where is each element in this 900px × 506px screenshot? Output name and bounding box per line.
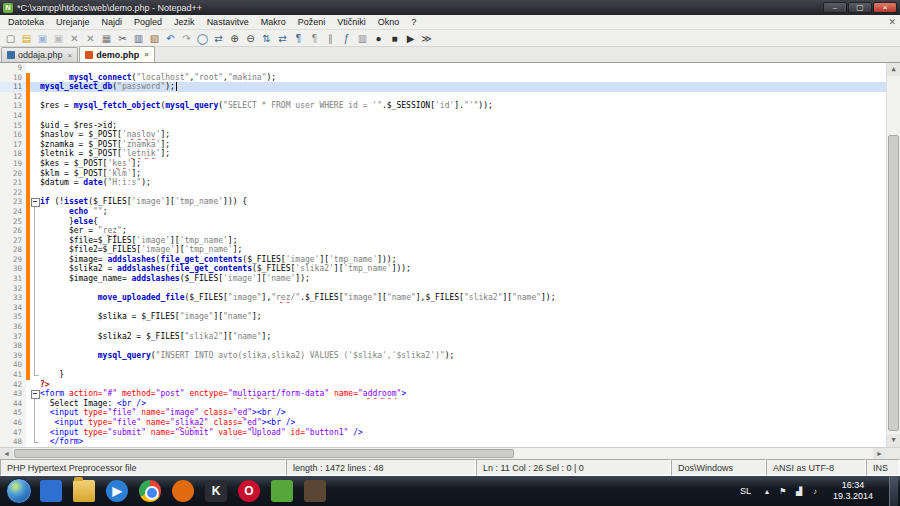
scroll-right-icon[interactable]: ► — [873, 448, 886, 459]
vertical-scrollbar-thumb[interactable] — [888, 135, 899, 431]
gimp-icon[interactable] — [304, 480, 326, 502]
code-line-30[interactable]: 30 $slika2 = addslashes(file_get_content… — [0, 264, 886, 274]
app-blue-icon[interactable] — [40, 480, 62, 502]
media-player-icon[interactable]: ▶ — [106, 480, 128, 502]
code-line-16[interactable]: 16$naslov = $_POST['naslov']; — [0, 130, 886, 140]
menu-poeni[interactable]: Poženi — [292, 16, 332, 28]
menu-nastavitve[interactable]: Nastavitve — [201, 16, 255, 28]
code-line-42[interactable]: 42?> — [0, 380, 886, 390]
menu-vtiniki[interactable]: Vtičniki — [331, 16, 372, 28]
cut-icon[interactable]: ✂ — [115, 31, 130, 46]
editor-area[interactable]: 910 mysql_connect("localhost","root","ma… — [0, 63, 900, 447]
multi-play-macro-icon[interactable]: ≫ — [419, 31, 434, 46]
new-file-icon[interactable]: ▢ — [3, 31, 18, 46]
code-line-44[interactable]: 44 Select Image: <br /> — [0, 399, 886, 409]
code-line-22[interactable]: 22 — [0, 188, 886, 198]
function-list-icon[interactable]: ƒ — [339, 31, 354, 46]
fold-toggle-icon[interactable] — [30, 197, 40, 207]
find-icon[interactable]: ◯ — [195, 31, 210, 46]
tab-close-icon[interactable]: × — [144, 50, 149, 59]
save-icon[interactable]: ▣ — [35, 31, 50, 46]
code-line-34[interactable]: 34 — [0, 303, 886, 313]
action-center-icon[interactable]: ⚑ — [777, 487, 789, 496]
code-line-25[interactable]: 25 }else{ — [0, 217, 886, 227]
language-indicator[interactable]: SL — [736, 484, 755, 498]
menu-datoteka[interactable]: Datoteka — [2, 16, 50, 28]
horizontal-scrollbar-thumb[interactable] — [14, 449, 514, 458]
code-line-27[interactable]: 27 $file=$_FILES['image']['tmp_name']; — [0, 236, 886, 246]
taskbar-clock[interactable]: 16:34 19.3.2014 — [827, 480, 879, 502]
sync-vertical-icon[interactable]: ⇅ — [259, 31, 274, 46]
network-icon[interactable]: ▟ — [793, 487, 805, 496]
minimize-button[interactable]: – — [823, 2, 847, 13]
code-line-9[interactable]: 9 — [0, 63, 886, 73]
code-line-19[interactable]: 19$kes = $_POST['kes']; — [0, 159, 886, 169]
maximize-button[interactable]: ▢ — [848, 2, 872, 13]
menu-makro[interactable]: Makro — [255, 16, 292, 28]
close-doc-icon[interactable]: ✕ — [67, 31, 82, 46]
code-line-31[interactable]: 31 $image_name= addslashes($_FILES['imag… — [0, 274, 886, 284]
code-line-21[interactable]: 21$datum = date("H:i:s"); — [0, 178, 886, 188]
firefox-icon[interactable] — [172, 480, 194, 502]
code-line-24[interactable]: 24 echo ""; — [0, 207, 886, 217]
chrome-icon[interactable] — [139, 480, 161, 502]
code-line-47[interactable]: 47 <input type="submit" name="Submit" va… — [0, 428, 886, 438]
code-line-48[interactable]: 48 </form> — [0, 437, 886, 447]
code-line-39[interactable]: 39 mysql_query("INSERT INTO avto(slika,s… — [0, 351, 886, 361]
save-all-icon[interactable]: ▣ — [51, 31, 66, 46]
code-line-23[interactable]: 23if (!isset($_FILES['image']['tmp_name'… — [0, 197, 886, 207]
open-folder-icon[interactable]: ▤ — [19, 31, 34, 46]
code-line-28[interactable]: 28 $file2=$_FILES['image']['tmp_name']; — [0, 245, 886, 255]
doc-map-icon[interactable]: ▥ — [355, 31, 370, 46]
code-line-33[interactable]: 33 move_uploaded_file($_FILES["image"],"… — [0, 293, 886, 303]
volume-icon[interactable]: ♪ — [809, 487, 821, 496]
close-all-icon[interactable]: ✕ — [83, 31, 98, 46]
code-line-29[interactable]: 29 $image= addslashes(file_get_contents(… — [0, 255, 886, 265]
code-line-32[interactable]: 32 — [0, 284, 886, 294]
status-encoding[interactable]: ANSI as UTF-8 — [766, 459, 866, 476]
code-line-46[interactable]: 46 <input type="file" name="slika2" clas… — [0, 418, 886, 428]
code-line-17[interactable]: 17$znamka = $_POST['znamka']; — [0, 140, 886, 150]
code-line-38[interactable]: 38 — [0, 341, 886, 351]
play-macro-icon[interactable]: ▶ — [403, 31, 418, 46]
menu-urejanje[interactable]: Urejanje — [50, 16, 96, 28]
fold-toggle-icon[interactable] — [30, 389, 40, 399]
scroll-up-icon[interactable]: ▲ — [887, 63, 900, 76]
replace-icon[interactable]: ⇄ — [211, 31, 226, 46]
close-button[interactable]: × — [873, 2, 897, 13]
code-line-11[interactable]: 11mysql_select_db("password"); — [0, 82, 886, 92]
kmplayer-icon[interactable]: K — [205, 480, 227, 502]
code-line-13[interactable]: 13$res = mysql_fetch_object(mysql_query(… — [0, 101, 886, 111]
menu-najdi[interactable]: Najdi — [96, 16, 129, 28]
stop-macro-icon[interactable]: ■ — [387, 31, 402, 46]
code-line-14[interactable]: 14 — [0, 111, 886, 121]
scroll-left-icon[interactable]: ◄ — [0, 448, 13, 459]
tab-demo-php[interactable]: demo.php × — [79, 46, 155, 62]
explorer-icon[interactable] — [73, 480, 95, 502]
print-icon[interactable]: ▦ — [99, 31, 114, 46]
menu-close-icon[interactable]: ✕ — [888, 17, 896, 27]
undo-icon[interactable]: ↶ — [163, 31, 178, 46]
redo-icon[interactable]: ↷ — [179, 31, 194, 46]
code-line-36[interactable]: 36 — [0, 322, 886, 332]
code-line-10[interactable]: 10 mysql_connect("localhost","root","mak… — [0, 73, 886, 83]
word-wrap-icon[interactable]: ¶ — [291, 31, 306, 46]
sync-horizontal-icon[interactable]: ⇄ — [275, 31, 290, 46]
horizontal-scrollbar[interactable]: ◄ ► — [0, 447, 900, 459]
scroll-down-icon[interactable]: ▼ — [887, 434, 900, 447]
tab-close-icon[interactable]: × — [68, 51, 73, 60]
menu-okno[interactable]: Okno — [372, 16, 406, 28]
code-line-26[interactable]: 26 $er = "rez"; — [0, 226, 886, 236]
paste-icon[interactable]: ▧ — [147, 31, 162, 46]
code-line-37[interactable]: 37 $slika2 = $_FILES["slika2"]["name"]; — [0, 332, 886, 342]
code-line-12[interactable]: 12 — [0, 92, 886, 102]
record-macro-icon[interactable]: ● — [371, 31, 386, 46]
code-line-15[interactable]: 15$uid = $res->id; — [0, 121, 886, 131]
menu-help[interactable]: ? — [405, 16, 422, 28]
menu-pogled[interactable]: Pogled — [128, 16, 168, 28]
code-line-20[interactable]: 20$klm = $_POST['klm']; — [0, 169, 886, 179]
status-insert-mode[interactable]: INS — [866, 459, 900, 476]
indent-guide-icon[interactable]: ∥ — [323, 31, 338, 46]
status-eol-format[interactable]: Dos\Windows — [671, 459, 766, 476]
code-line-35[interactable]: 35 $slika = $_FILES["image"]["name"]; — [0, 312, 886, 322]
